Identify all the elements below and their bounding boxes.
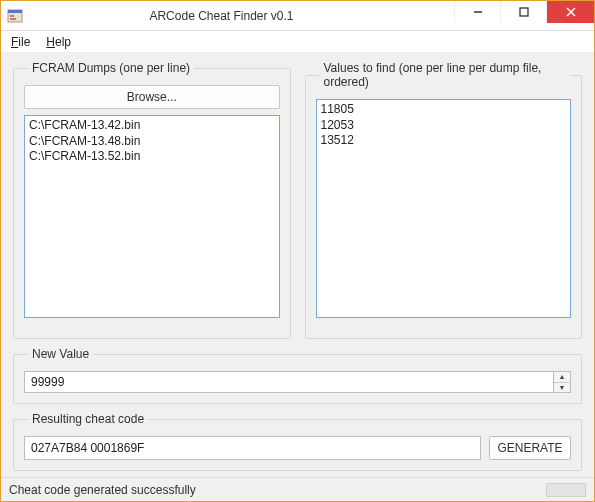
spinner-down-button[interactable]: ▼	[554, 382, 570, 393]
newvalue-input[interactable]	[24, 371, 553, 393]
window-controls	[454, 1, 594, 30]
close-button[interactable]	[546, 1, 594, 23]
result-group: Resulting cheat code GENERATE	[13, 412, 582, 471]
status-grip	[546, 483, 586, 497]
menu-help[interactable]: Help	[46, 35, 71, 49]
newvalue-spinner: ▲ ▼	[553, 371, 571, 393]
newvalue-group: New Value ▲ ▼	[13, 347, 582, 404]
status-text: Cheat code generated successfully	[9, 483, 196, 497]
dumps-textarea[interactable]	[24, 115, 280, 318]
browse-button[interactable]: Browse...	[24, 85, 280, 109]
svg-rect-5	[520, 8, 528, 16]
minimize-button[interactable]	[454, 1, 500, 23]
svg-rect-3	[10, 18, 16, 20]
dumps-legend: FCRAM Dumps (one per line)	[28, 61, 194, 75]
svg-rect-1	[8, 10, 22, 13]
generate-button[interactable]: GENERATE	[489, 436, 571, 460]
result-output[interactable]	[24, 436, 481, 460]
app-icon	[7, 8, 23, 24]
statusbar: Cheat code generated successfully	[1, 477, 594, 501]
values-group: Values to find (one per line per dump fi…	[305, 61, 583, 339]
menubar: File Help	[1, 31, 594, 53]
maximize-button[interactable]	[500, 1, 546, 23]
spinner-up-button[interactable]: ▲	[554, 372, 570, 382]
titlebar: ARCode Cheat Finder v0.1	[1, 1, 594, 31]
window-title: ARCode Cheat Finder v0.1	[29, 9, 454, 23]
values-textarea[interactable]	[316, 99, 572, 318]
client-area: FCRAM Dumps (one per line) Browse... Val…	[1, 53, 594, 477]
values-legend: Values to find (one per line per dump fi…	[320, 61, 572, 89]
newvalue-legend: New Value	[28, 347, 93, 361]
result-legend: Resulting cheat code	[28, 412, 148, 426]
svg-rect-2	[10, 15, 14, 17]
menu-file[interactable]: File	[11, 35, 30, 49]
dumps-group: FCRAM Dumps (one per line) Browse...	[13, 61, 291, 339]
